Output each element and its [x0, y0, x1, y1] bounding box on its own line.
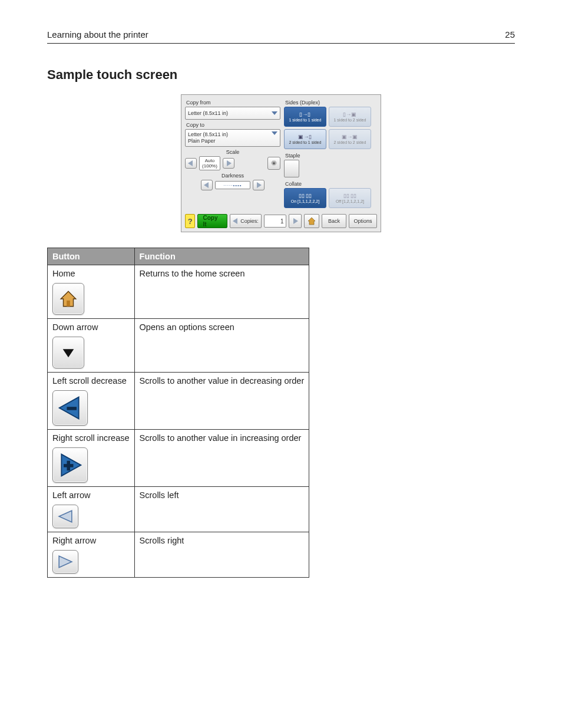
- table-row: Right arrow Scrolls right: [48, 532, 309, 578]
- col-header-button: Button: [48, 248, 135, 265]
- button-name: Right scroll increase: [52, 433, 130, 443]
- svg-marker-6: [293, 218, 298, 224]
- scale-label: Scale: [185, 149, 280, 155]
- staple-button[interactable]: [284, 160, 299, 177]
- button-name: Left scroll decrease: [52, 376, 130, 386]
- left-arrow-icon: [52, 505, 78, 528]
- sides-options: ▯→▯ 1 sided to 1 sided ▯→▣ 1 sided to 2 …: [284, 107, 377, 149]
- duplex-icon: ▣→▣: [342, 134, 358, 140]
- collate-option-on[interactable]: ▯▯ ▯▯ On [1,1,1,2,2,2]: [284, 188, 326, 208]
- scale-decrease-button[interactable]: [185, 158, 197, 169]
- copies-control: Copies:: [230, 214, 262, 228]
- button-name: Home: [52, 269, 130, 278]
- section-title: Sample touch screen: [47, 67, 515, 83]
- home-icon: [52, 283, 84, 315]
- page-header-left: Learning about the printer: [47, 29, 148, 39]
- button-function: Scrolls left: [134, 487, 309, 532]
- svg-marker-1: [227, 160, 232, 166]
- col-header-function: Function: [134, 248, 309, 265]
- svg-marker-16: [59, 510, 72, 522]
- copy-to-dropdown[interactable]: Letter (8.5x11 in) Plain Paper: [185, 129, 280, 147]
- button-function: Returns to the home screen: [134, 265, 309, 319]
- svg-marker-3: [204, 182, 209, 188]
- svg-marker-5: [233, 218, 237, 224]
- svg-marker-4: [257, 182, 262, 188]
- chevron-down-icon: [272, 131, 277, 135]
- back-button[interactable]: Back: [322, 214, 346, 228]
- sides-label: Sides (Duplex): [285, 100, 377, 106]
- table-row: Home Returns to the home screen: [48, 265, 309, 319]
- down-arrow-icon: [52, 337, 84, 368]
- sides-option-1to1[interactable]: ▯→▯ 1 sided to 1 sided: [284, 107, 326, 127]
- collate-options: ▯▯ ▯▯ On [1,1,1,2,2,2] ▯▯ ▯▯ Off [1,2,1,…: [284, 188, 377, 208]
- button-name: Right arrow: [52, 536, 130, 545]
- button-function: Scrolls to another value in increasing o…: [134, 430, 309, 487]
- svg-marker-10: [63, 349, 74, 357]
- chevron-down-icon: [272, 111, 277, 115]
- svg-rect-15: [67, 461, 71, 471]
- left-scroll-decrease-icon: [52, 390, 88, 426]
- sample-touch-screen: Copy from Letter (8.5x11 in) Copy to Let…: [181, 94, 381, 232]
- copy-from-label: Copy from: [186, 100, 280, 106]
- button-function: Scrolls to another value in decreasing o…: [134, 373, 309, 430]
- collate-label: Collate: [285, 181, 377, 187]
- collate-option-off[interactable]: ▯▯ ▯▯ Off [1,2,1,2,1,2]: [329, 188, 371, 208]
- copy-from-dropdown[interactable]: Letter (8.5x11 in): [185, 107, 280, 120]
- svg-marker-0: [188, 160, 193, 166]
- table-row: Down arrow Opens an options screen: [48, 319, 309, 373]
- copy-to-label: Copy to: [186, 122, 280, 128]
- darkness-slider[interactable]: ·····••••: [215, 181, 250, 189]
- copy-it-button[interactable]: Copy It: [197, 214, 227, 228]
- left-arrow-icon[interactable]: [233, 218, 239, 224]
- table-row: Left scroll decrease Scrolls to another …: [48, 373, 309, 430]
- sides-option-2to2[interactable]: ▣→▣ 2 sided to 2 sided: [329, 129, 371, 149]
- home-button[interactable]: [304, 214, 319, 228]
- page-header: Learning about the printer 25: [47, 29, 515, 44]
- button-function: Scrolls right: [134, 532, 309, 578]
- scale-settings-button[interactable]: [267, 157, 280, 170]
- sides-option-1to2[interactable]: ▯→▣ 1 sided to 2 sided: [329, 107, 371, 127]
- touchscreen-bottom-bar: ? Copy It Copies: 1 Back Options: [185, 212, 377, 232]
- svg-rect-9: [67, 301, 70, 307]
- right-arrow-icon: [52, 550, 78, 574]
- staple-label: Staple: [285, 153, 377, 159]
- copies-increase-button[interactable]: [289, 214, 302, 228]
- duplex-icon: ▯→▣: [343, 112, 356, 117]
- scale-increase-button[interactable]: [223, 158, 234, 169]
- copy-from-value: Letter (8.5x11 in): [188, 110, 228, 117]
- right-scroll-increase-icon: [52, 447, 88, 483]
- collate-icon: ▯▯ ▯▯: [343, 193, 357, 199]
- button-name: Left arrow: [52, 490, 130, 500]
- collate-icon: ▯▯ ▯▯: [299, 193, 312, 199]
- svg-marker-7: [308, 218, 315, 225]
- darkness-increase-button[interactable]: [253, 180, 265, 190]
- scale-value: Auto (100%): [199, 156, 220, 170]
- svg-rect-12: [67, 407, 77, 410]
- button-function-table: Button Function Home Returns to the home…: [47, 248, 309, 578]
- darkness-decrease-button[interactable]: [201, 180, 213, 190]
- darkness-label: Darkness: [185, 173, 280, 179]
- copies-value[interactable]: 1: [264, 215, 287, 228]
- duplex-icon: ▯→▯: [299, 112, 310, 117]
- button-function: Opens an options screen: [134, 319, 309, 373]
- help-button[interactable]: ?: [185, 214, 195, 228]
- table-row: Left arrow Scrolls left: [48, 487, 309, 532]
- sides-option-2to1[interactable]: ▣→▯ 2 sided to 1 sided: [284, 129, 326, 149]
- page-number: 25: [505, 29, 515, 39]
- duplex-icon: ▣→▯: [298, 134, 312, 140]
- options-button[interactable]: Options: [349, 214, 377, 228]
- copies-label: Copies:: [240, 218, 259, 224]
- button-name: Down arrow: [52, 322, 130, 332]
- svg-marker-17: [59, 556, 72, 568]
- copy-to-value: Letter (8.5x11 in) Plain Paper: [188, 131, 228, 144]
- table-row: Right scroll increase Scrolls to another…: [48, 430, 309, 487]
